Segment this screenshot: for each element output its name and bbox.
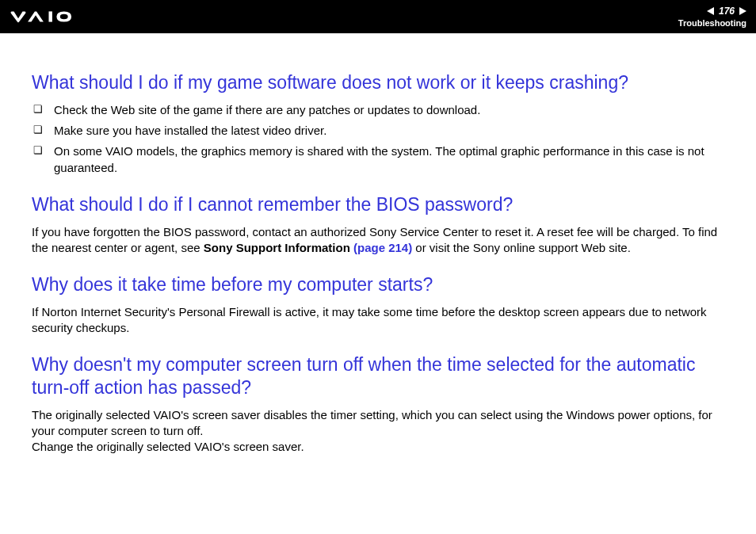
answer-paragraph: If Norton Internet Security's Personal F… bbox=[32, 304, 724, 337]
question-heading: What should I do if I cannot remember th… bbox=[32, 193, 724, 216]
answer-text: Change the originally selected VAIO's sc… bbox=[32, 440, 304, 453]
prev-page-arrow-icon[interactable] bbox=[707, 7, 714, 15]
svg-rect-0 bbox=[49, 11, 52, 21]
page-number: 176 bbox=[719, 6, 735, 17]
page-content: What should I do if my game software doe… bbox=[0, 33, 756, 471]
answer-text: The originally selected VAIO's screen sa… bbox=[32, 408, 712, 437]
vaio-logo bbox=[10, 6, 97, 27]
answer-paragraph: If you have forgotten the BIOS password,… bbox=[32, 224, 724, 257]
answer-paragraph: The originally selected VAIO's screen sa… bbox=[32, 407, 724, 456]
inline-reference: Sony Support Information bbox=[204, 241, 353, 254]
bullet-list: Check the Web site of the game if there … bbox=[32, 102, 724, 176]
question-heading: Why does it take time before my computer… bbox=[32, 273, 724, 296]
list-item: On some VAIO models, the graphics memory… bbox=[32, 143, 724, 176]
header-right: 176 Troubleshooting bbox=[678, 6, 746, 28]
page-reference-link[interactable]: (page 214) bbox=[353, 241, 412, 254]
page-header: 176 Troubleshooting bbox=[0, 0, 756, 33]
list-item: Check the Web site of the game if there … bbox=[32, 102, 724, 118]
question-heading: Why doesn't my computer screen turn off … bbox=[32, 353, 724, 399]
list-item: Make sure you have installed the latest … bbox=[32, 123, 724, 139]
next-page-arrow-icon[interactable] bbox=[739, 7, 746, 15]
pager: 176 bbox=[707, 6, 746, 17]
answer-text: or visit the Sony online support Web sit… bbox=[412, 241, 631, 254]
section-label: Troubleshooting bbox=[678, 18, 746, 28]
question-heading: What should I do if my game software doe… bbox=[32, 71, 724, 94]
